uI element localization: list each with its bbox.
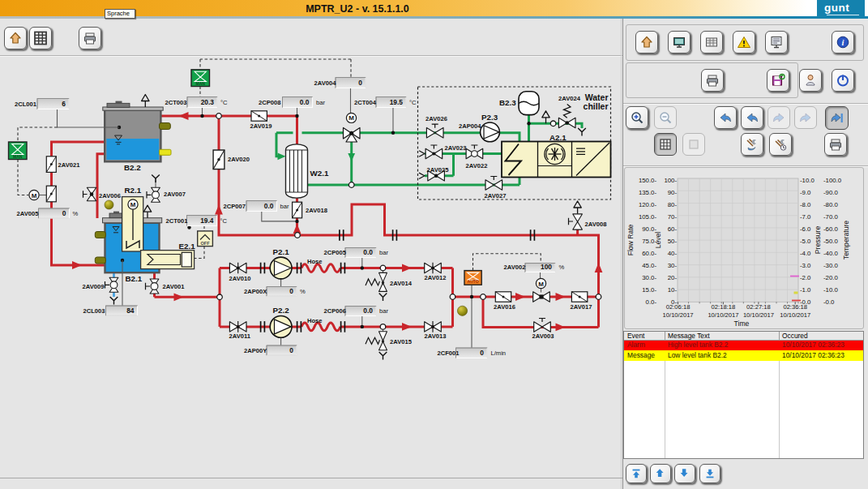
svg-text:100-: 100- <box>664 177 677 184</box>
svg-text:0: 0 <box>480 349 484 357</box>
svg-text:-30.0: -30.0 <box>823 262 838 269</box>
svg-text:0.0: 0.0 <box>363 307 373 315</box>
svg-text:2AV013: 2AV013 <box>425 332 447 340</box>
svg-text:2CF001: 2CF001 <box>438 350 460 357</box>
svg-text:2AV010: 2AV010 <box>229 275 251 282</box>
svg-text:2AV027: 2AV027 <box>485 192 507 199</box>
svg-text:0: 0 <box>358 79 362 87</box>
svg-text:60-: 60- <box>668 225 678 233</box>
svg-text:-2.0: -2.0 <box>800 274 811 281</box>
svg-text:-1.0: -1.0 <box>800 286 811 294</box>
svg-text:2CT001: 2CT001 <box>166 217 189 225</box>
svg-text:2CP007: 2CP007 <box>224 203 246 210</box>
svg-text:2AP00X: 2AP00X <box>244 288 267 295</box>
svg-text:84: 84 <box>126 307 135 315</box>
svg-text:B2.1: B2.1 <box>126 274 143 283</box>
svg-text:2AV004: 2AV004 <box>314 79 337 87</box>
svg-text:105.0-: 105.0- <box>639 213 657 221</box>
svg-text:P2.1: P2.1 <box>273 247 290 256</box>
svg-text:E2.1: E2.1 <box>179 242 196 251</box>
svg-text:2AV009: 2AV009 <box>83 283 105 290</box>
svg-text:02:06:18: 02:06:18 <box>666 303 691 311</box>
svg-text:10/10/2017: 10/10/2017 <box>663 311 694 319</box>
svg-text:W2.1: W2.1 <box>310 169 329 178</box>
svg-text:A2.1: A2.1 <box>549 133 567 142</box>
svg-text:10-: 10- <box>668 286 678 294</box>
svg-text:2AV014: 2AV014 <box>390 280 413 287</box>
svg-text:2AV012: 2AV012 <box>425 274 447 281</box>
svg-text:B2.2: B2.2 <box>124 163 141 172</box>
svg-text:2AV024: 2AV024 <box>558 95 581 102</box>
svg-text:0: 0 <box>289 287 293 295</box>
svg-text:100: 100 <box>541 263 552 271</box>
svg-text:-60.0: -60.0 <box>823 225 838 233</box>
svg-text:6: 6 <box>62 100 66 108</box>
svg-text:2CP008: 2CP008 <box>259 99 280 106</box>
svg-text:90-: 90- <box>668 189 678 196</box>
svg-text:10/10/2017: 10/10/2017 <box>708 311 738 319</box>
svg-text:30-: 30- <box>668 262 678 269</box>
svg-text:bar: bar <box>316 99 325 106</box>
svg-text:15.0-: 15.0- <box>642 286 656 294</box>
svg-text:-9.0: -9.0 <box>800 189 811 196</box>
svg-text:2AV008: 2AV008 <box>585 221 607 228</box>
svg-text:OFF: OFF <box>200 241 210 246</box>
svg-text:2AV021: 2AV021 <box>58 161 81 169</box>
svg-text:Temperature: Temperature <box>842 221 850 260</box>
svg-text:-6.0: -6.0 <box>800 225 811 233</box>
svg-text:02:18:18: 02:18:18 <box>712 303 736 311</box>
svg-text:%: % <box>300 288 306 295</box>
svg-text:-3.0: -3.0 <box>800 262 811 269</box>
svg-text:60.0-: 60.0- <box>642 250 656 257</box>
svg-text:2AV001: 2AV001 <box>163 283 186 290</box>
svg-text:0: 0 <box>62 209 66 217</box>
svg-text:19.5: 19.5 <box>390 98 404 106</box>
svg-text:2CP005: 2CP005 <box>324 249 347 256</box>
svg-text:-10.0: -10.0 <box>800 177 815 184</box>
svg-text:10/10/2017: 10/10/2017 <box>743 311 774 319</box>
svg-text:P2.2: P2.2 <box>273 306 290 315</box>
svg-text:2AV006: 2AV006 <box>99 192 121 199</box>
svg-text:02:27:18: 02:27:18 <box>746 303 771 311</box>
svg-text:2AV002: 2AV002 <box>504 264 526 271</box>
svg-text:10/10/2017: 10/10/2017 <box>780 311 810 319</box>
svg-text:20-: 20- <box>668 274 678 281</box>
svg-text:i: i <box>842 38 844 47</box>
svg-text:AUTO: AUTO <box>468 279 479 284</box>
svg-text:90.0-: 90.0- <box>642 225 656 233</box>
svg-text:50-: 50- <box>668 238 678 245</box>
svg-text:02:36:18: 02:36:18 <box>783 303 807 311</box>
svg-text:-40.0: -40.0 <box>823 250 838 257</box>
svg-text:2AV019: 2AV019 <box>250 122 272 130</box>
svg-text:-70.0: -70.0 <box>823 213 838 221</box>
svg-text:-7.0: -7.0 <box>800 213 811 221</box>
svg-text:chiller: chiller <box>584 101 609 111</box>
svg-text:30.0-: 30.0- <box>642 274 656 281</box>
svg-text:-90.0: -90.0 <box>823 189 838 196</box>
svg-text:-0.0: -0.0 <box>823 298 835 306</box>
svg-text:-80.0: -80.0 <box>823 201 838 208</box>
svg-text:Level: Level <box>654 232 662 249</box>
svg-text:-5.0: -5.0 <box>800 238 811 245</box>
svg-text:120.0-: 120.0- <box>639 201 657 208</box>
svg-text:-8.0: -8.0 <box>800 201 811 208</box>
svg-text:MAN: MAN <box>196 81 206 86</box>
svg-text:Hose: Hose <box>307 258 323 265</box>
svg-text:-10.0: -10.0 <box>823 286 838 294</box>
svg-text:0.0: 0.0 <box>363 248 373 256</box>
svg-text:2AV020: 2AV020 <box>228 156 250 163</box>
svg-text:0.0: 0.0 <box>264 202 274 210</box>
svg-text:2AV007: 2AV007 <box>164 191 186 198</box>
svg-text:2CT004: 2CT004 <box>354 99 377 106</box>
svg-text:-50.0: -50.0 <box>823 238 838 245</box>
svg-text:40-: 40- <box>668 250 678 257</box>
svg-text:80-: 80- <box>668 201 678 208</box>
svg-text:19.4: 19.4 <box>200 217 214 225</box>
svg-text:°C: °C <box>409 99 417 106</box>
svg-text:2CP006: 2CP006 <box>324 307 346 315</box>
svg-text:2AV016: 2AV016 <box>494 303 515 311</box>
svg-text:2AV011: 2AV011 <box>229 332 251 340</box>
svg-text:70-: 70- <box>668 213 678 221</box>
svg-text:bar: bar <box>379 249 388 256</box>
svg-text:bar: bar <box>379 307 388 315</box>
